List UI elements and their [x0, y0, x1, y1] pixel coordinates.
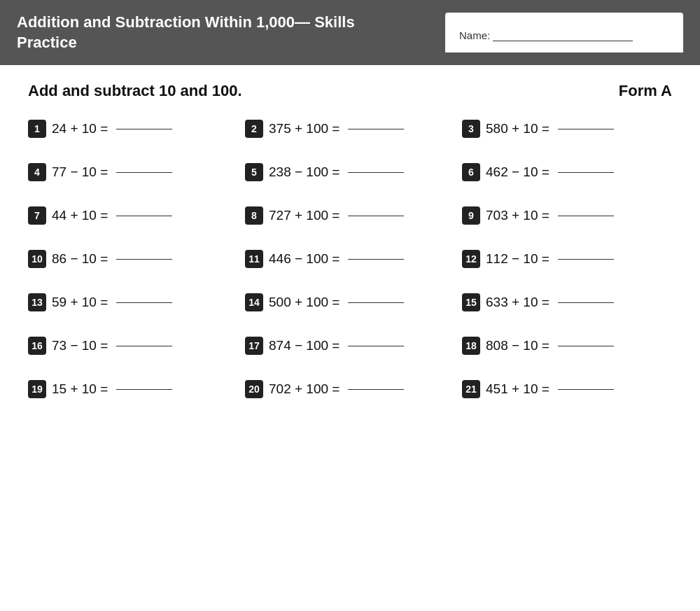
problem-item: 11446 − 100 = [245, 250, 455, 268]
name-label: Name: [459, 29, 490, 41]
form-label: Form A [619, 82, 672, 100]
problem-number: 16 [28, 337, 46, 355]
problem-expression: 462 − 10 = [486, 164, 550, 180]
problem-item: 15633 + 10 = [462, 293, 672, 311]
problem-number: 15 [462, 293, 480, 311]
answer-line [558, 129, 614, 129]
answer-line [116, 216, 172, 216]
problem-item: 20702 + 100 = [245, 380, 455, 398]
problem-expression: 77 − 10 = [52, 164, 108, 180]
problem-expression: 73 − 10 = [52, 338, 108, 353]
name-underline [493, 41, 633, 41]
problem-number: 8 [245, 206, 263, 225]
answer-line [348, 259, 404, 260]
problem-item: 14500 + 100 = [245, 293, 455, 311]
answer-line [348, 389, 404, 390]
problem-item: 477 − 10 = [28, 163, 238, 181]
problem-item: 17874 − 100 = [245, 337, 455, 355]
problem-item: 1673 − 10 = [28, 337, 238, 355]
answer-line [558, 259, 614, 260]
problem-expression: 500 + 100 = [269, 295, 340, 310]
problem-number: 21 [462, 380, 480, 398]
problem-expression: 702 + 100 = [269, 381, 340, 397]
problem-number: 3 [462, 120, 480, 138]
answer-line [558, 389, 614, 390]
problem-expression: 633 + 10 = [486, 295, 550, 310]
problem-expression: 24 + 10 = [52, 121, 108, 136]
problem-expression: 59 + 10 = [52, 295, 108, 310]
answer-line [116, 346, 172, 346]
problem-item: 6462 − 10 = [462, 163, 672, 181]
page-header: Addition and Subtraction Within 1,000— S… [0, 0, 700, 65]
problem-number: 19 [28, 380, 46, 398]
answer-line [558, 302, 614, 303]
problem-expression: 375 + 100 = [269, 121, 340, 136]
problem-number: 17 [245, 337, 263, 355]
problem-item: 8727 + 100 = [245, 206, 455, 225]
answer-line [116, 129, 172, 129]
problem-number: 14 [245, 293, 263, 311]
answer-line [348, 302, 404, 303]
name-area: Name: [445, 13, 683, 52]
answer-line [116, 259, 172, 260]
answer-line [116, 302, 172, 303]
problem-number: 2 [245, 120, 263, 138]
answer-line [348, 346, 404, 346]
problem-item: 3580 + 10 = [462, 120, 672, 138]
answer-line [348, 172, 404, 173]
answer-line [348, 216, 404, 216]
problem-expression: 112 − 10 = [486, 251, 550, 267]
answer-line [348, 129, 404, 129]
main-content: Add and subtract 10 and 100. Form A 124 … [0, 65, 700, 415]
problem-item: 1086 − 10 = [28, 250, 238, 268]
answer-line [558, 346, 614, 346]
problem-item: 744 + 10 = [28, 206, 238, 225]
problem-expression: 15 + 10 = [52, 381, 108, 397]
section-header: Add and subtract 10 and 100. Form A [28, 82, 672, 100]
problem-number: 18 [462, 337, 480, 355]
problem-item: 2375 + 100 = [245, 120, 455, 138]
problem-item: 18808 − 10 = [462, 337, 672, 355]
problem-expression: 874 − 100 = [269, 338, 340, 353]
problem-number: 6 [462, 163, 480, 181]
problem-item: 9703 + 10 = [462, 206, 672, 225]
problem-item: 5238 − 100 = [245, 163, 455, 181]
problem-expression: 808 − 10 = [486, 338, 550, 353]
problem-item: 21451 + 10 = [462, 380, 672, 398]
problem-number: 11 [245, 250, 263, 268]
problem-expression: 238 − 100 = [269, 164, 340, 180]
problem-expression: 44 + 10 = [52, 208, 108, 223]
problem-number: 9 [462, 206, 480, 225]
problem-expression: 580 + 10 = [486, 121, 550, 136]
answer-line [116, 389, 172, 390]
problem-number: 10 [28, 250, 46, 268]
problem-expression: 727 + 100 = [269, 208, 340, 223]
answer-line [116, 172, 172, 173]
problem-number: 20 [245, 380, 263, 398]
answer-line [558, 172, 614, 173]
problem-number: 7 [28, 206, 46, 225]
problem-number: 5 [245, 163, 263, 181]
problem-item: 1359 + 10 = [28, 293, 238, 311]
problem-expression: 446 − 100 = [269, 251, 340, 267]
problem-number: 12 [462, 250, 480, 268]
problem-expression: 703 + 10 = [486, 208, 550, 223]
problem-number: 4 [28, 163, 46, 181]
problem-expression: 86 − 10 = [52, 251, 108, 267]
problem-number: 1 [28, 120, 46, 138]
answer-line [558, 216, 614, 216]
problem-number: 13 [28, 293, 46, 311]
problem-item: 1915 + 10 = [28, 380, 238, 398]
problem-expression: 451 + 10 = [486, 381, 550, 397]
problem-item: 12112 − 10 = [462, 250, 672, 268]
section-instruction: Add and subtract 10 and 100. [28, 82, 242, 100]
page-title: Addition and Subtraction Within 1,000— S… [17, 13, 395, 52]
problems-grid: 124 + 10 = 2375 + 100 = 3580 + 10 = 477 … [28, 120, 672, 398]
problem-item: 124 + 10 = [28, 120, 238, 138]
